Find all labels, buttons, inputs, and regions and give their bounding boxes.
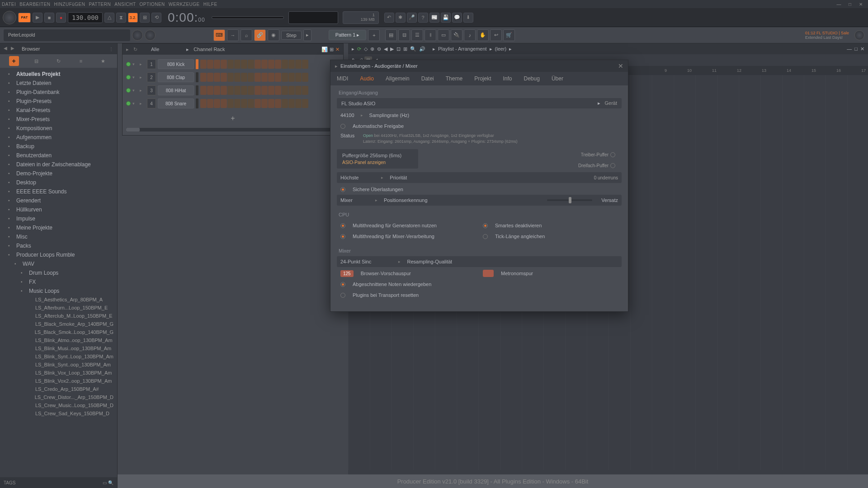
settings-tab-theme[interactable]: Theme xyxy=(445,73,463,84)
pl-icon1[interactable]: ◇ xyxy=(364,46,368,52)
menu-add[interactable]: HINZUFüGEN xyxy=(54,2,85,7)
settings-tab-datei[interactable]: Datei xyxy=(420,73,435,84)
main-menu[interactable]: DATEI BEARBEITEN HINZUFüGEN PATTERN ANSI… xyxy=(0,0,868,8)
menu-tools[interactable]: WERKZEUGE xyxy=(169,2,200,7)
tree-item[interactable]: ▪Gerendert xyxy=(0,196,117,205)
channel-select[interactable] xyxy=(196,72,198,82)
pl-icon7[interactable]: ⊞ xyxy=(403,46,407,52)
browser-refresh-icon[interactable]: ↻ xyxy=(53,56,63,66)
resample-row[interactable]: 24-Punkt Sinc▸Resampling-Qualität xyxy=(337,256,622,267)
browser-fav-icon[interactable]: ★ xyxy=(98,56,108,66)
time-display[interactable]: 0:00:00 xyxy=(168,10,205,25)
menu-view[interactable]: ANSICHT xyxy=(114,2,136,7)
settings-window[interactable]: ▸ Einstellungen - Audiogeräte / Mixer ✕ … xyxy=(330,60,628,312)
channel-led[interactable] xyxy=(126,101,131,106)
tree-item[interactable]: ▪Aufgenommen xyxy=(0,133,117,142)
channel-num[interactable]: 3 xyxy=(147,85,156,95)
tree-item[interactable]: ▪Desktop xyxy=(0,178,117,187)
pl-max-icon[interactable]: □ xyxy=(854,46,858,52)
browser-search-icon[interactable]: 🔍 xyxy=(108,480,113,485)
tree-item[interactable]: ▪Kanal-Presets xyxy=(0,106,117,115)
tree-item[interactable]: LS_Black_Smok..Loop_140BPM_G xyxy=(0,328,117,336)
browser-back-icon[interactable]: ◀ xyxy=(4,46,10,52)
channel-led[interactable] xyxy=(126,62,131,66)
pl-icon3[interactable]: ⊖ xyxy=(377,46,381,52)
channel-led[interactable] xyxy=(126,88,131,93)
tree-item[interactable]: LS_Blink_Atmo..oop_130BPM_Am xyxy=(0,336,117,344)
pl-icon8[interactable]: 🔍 xyxy=(410,46,416,52)
countdown-icon[interactable]: ⧗ xyxy=(116,13,126,23)
feedback-icon[interactable]: 💬 xyxy=(452,13,462,23)
pitch-knob[interactable] xyxy=(132,30,143,41)
ruler-bar[interactable]: 9 xyxy=(665,68,667,73)
tree-item[interactable]: ▪FX xyxy=(0,277,117,286)
window-close-icon[interactable]: ✕ xyxy=(859,2,863,7)
tree-item[interactable]: LS_Crew_Distor..._Arp_150BPM_D xyxy=(0,393,117,401)
playlist-arrangement[interactable]: (leer) xyxy=(495,46,507,52)
channel-num[interactable]: 2 xyxy=(147,72,156,82)
ruler-bar[interactable]: 16 xyxy=(836,68,841,73)
macros-icon[interactable]: ✱ xyxy=(396,13,406,23)
channel-rack-window[interactable]: ▸ ↻ Alle ▸ Channel Rack 📊 ⊞ ✕ ▾▸1808 Kic… xyxy=(122,43,344,136)
browser-menu-icon[interactable]: ▭ xyxy=(103,480,107,485)
samplerate-row[interactable]: 44100▸Samplingrate (Hz) xyxy=(337,110,622,121)
tree-item[interactable]: ▪Dateien in der Zwischenablage xyxy=(0,160,117,169)
channel-row[interactable]: ▾▸3808 HiHat xyxy=(126,84,340,96)
play-button[interactable]: ▶ xyxy=(33,13,42,23)
settings-tab-audio[interactable]: Audio xyxy=(359,73,375,84)
channel-num[interactable]: 4 xyxy=(147,99,156,108)
settings-close-icon[interactable]: ✕ xyxy=(618,62,623,70)
tree-item[interactable]: LS_Aesthetics_Arp_80BPM_A xyxy=(0,296,117,304)
link-icon[interactable]: 🔗 xyxy=(254,29,266,41)
channel-row[interactable]: ▾▸1808 Kick xyxy=(126,58,340,70)
tree-item[interactable]: LS_Afterclub_M..Loop_150BPM_E xyxy=(0,312,117,320)
playlist-header[interactable]: ▸ ⟳ ◇ ⊕ ⊖ ◀ ▶ ⊡ ⊞ 🔍 🔊 ▸ Playlist - Arran… xyxy=(348,43,868,54)
multilink-icon[interactable]: ◉ xyxy=(268,29,279,41)
wait-input-icon[interactable]: 3.2. xyxy=(128,13,138,23)
tree-item[interactable]: LS_Afterburn...Loop_150BPM_E xyxy=(0,304,117,312)
song-progress[interactable] xyxy=(212,16,284,19)
pl-menu-icon[interactable]: ▸ xyxy=(352,46,354,52)
pl-icon9[interactable]: 🔊 xyxy=(419,46,425,52)
step-sequencer[interactable] xyxy=(200,99,308,108)
step-sequencer[interactable] xyxy=(200,73,308,82)
settings-pin-icon[interactable]: ▸ xyxy=(335,63,338,69)
tempo-display[interactable]: 130.000 xyxy=(68,12,103,23)
view-plugin-icon[interactable]: 🔌 xyxy=(451,29,462,41)
step-sequencer[interactable] xyxy=(200,60,308,69)
tree-item[interactable]: ▪Kompositionen xyxy=(0,124,117,133)
tree-item[interactable]: ▪Meine Projekte xyxy=(0,223,117,232)
ruler-bar[interactable]: 10 xyxy=(687,68,692,73)
channel-select[interactable] xyxy=(196,59,198,69)
swing-knob[interactable] xyxy=(145,30,156,41)
tree-item[interactable]: ▪Drum Loops xyxy=(0,268,117,277)
settings-titlebar[interactable]: ▸ Einstellungen - Audiogeräte / Mixer ✕ xyxy=(330,60,628,72)
undo-icon[interactable]: ↶ xyxy=(384,13,394,23)
truncated-row[interactable]: Abgeschnittene Noten wiedergeben xyxy=(337,279,622,290)
view-playlist-icon[interactable]: ▤ xyxy=(385,29,397,41)
window-maximize-icon[interactable]: □ xyxy=(849,2,852,7)
tree-item[interactable]: LS_Crew_Music..Loop_150BPM_D xyxy=(0,401,117,409)
metro-row[interactable]: Metronomspur xyxy=(479,268,622,279)
magnet-icon[interactable]: ⌕ xyxy=(241,29,252,41)
channel-add[interactable]: + xyxy=(126,111,340,126)
account-icon[interactable]: ⬇ xyxy=(463,13,473,23)
ruler-bar[interactable]: 17 xyxy=(861,68,866,73)
browser-collapse-icon[interactable]: ⊟ xyxy=(31,56,41,66)
cr-close-icon[interactable]: ✕ xyxy=(335,47,340,52)
window-minimize-icon[interactable]: — xyxy=(836,2,841,7)
pattern-selector[interactable]: Pattern 1 ▸ xyxy=(329,30,367,40)
pat-song-toggle[interactable]: PAT xyxy=(18,13,31,23)
reset-plugins-row[interactable]: Plugins bei Transport resetten xyxy=(337,290,622,300)
channel-num[interactable]: 1 xyxy=(147,59,156,69)
channel-select[interactable] xyxy=(196,85,198,95)
menu-edit[interactable]: BEARBEITEN xyxy=(19,2,50,7)
driver-buffer[interactable]: Treiber-Puffer xyxy=(581,152,609,157)
channel-name[interactable]: 808 HiHat xyxy=(158,85,194,95)
typing-keyboard-icon[interactable]: ⌨ xyxy=(213,29,225,41)
tree-item[interactable]: ▪WAV xyxy=(0,259,117,268)
pl-icon5[interactable]: ▶ xyxy=(390,46,394,52)
stop-button[interactable]: ■ xyxy=(44,13,54,23)
tree-item[interactable]: ▪Impulse xyxy=(0,214,117,223)
mt-mixer-row[interactable]: Multithreading für Mixer-Verarbeitung xyxy=(337,231,479,242)
